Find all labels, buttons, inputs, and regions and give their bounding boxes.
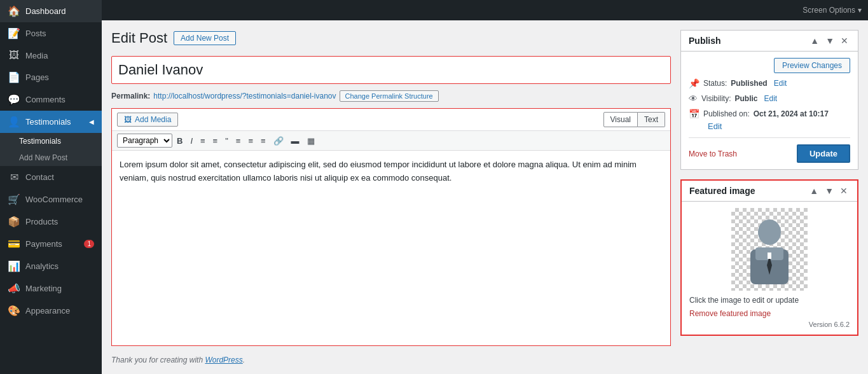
publish-actions: Move to Trash Update [689, 137, 850, 163]
ordered-list-button[interactable]: ≡ [210, 135, 221, 147]
sidebar-item-analytics[interactable]: 📊 Analytics [0, 255, 102, 277]
status-row: 📌 Status: Published Edit [689, 78, 850, 88]
sidebar-item-testimonials[interactable]: 👤 Testimonials ◀ [0, 111, 102, 133]
page-title: Edit Post [111, 30, 167, 46]
sidebar-item-appearance[interactable]: 🎨 Appearance [0, 300, 102, 322]
visibility-icon: 👁 [689, 94, 698, 104]
svg-point-0 [758, 219, 781, 245]
featured-image-header: Featured image ▲ ▼ ✕ [682, 181, 857, 202]
update-button[interactable]: Update [797, 144, 850, 163]
table-button[interactable]: ▦ [304, 135, 318, 147]
tab-visual[interactable]: Visual [603, 112, 638, 127]
testimonials-arrow-icon: ◀ [89, 118, 94, 125]
align-right-button[interactable]: ≡ [258, 135, 269, 147]
comments-icon: 💬 [8, 94, 20, 106]
status-label: Status: [703, 79, 727, 88]
publish-collapse-up-button[interactable]: ▲ [808, 36, 821, 46]
sidebar-item-contact[interactable]: ✉ Contact [0, 166, 102, 188]
featured-close-button[interactable]: ✕ [838, 186, 850, 196]
woocommerce-icon: 🛒 [8, 193, 20, 205]
screen-options-button[interactable]: Screen Options ▾ [803, 6, 862, 15]
align-left-button[interactable]: ≡ [233, 135, 244, 147]
add-media-icon: 🖼 [124, 115, 132, 124]
status-icon: 📌 [689, 78, 699, 88]
remove-featured-image-link[interactable]: Remove featured image [689, 309, 771, 318]
sidebar-item-media[interactable]: 🖼 Media [0, 45, 102, 66]
featured-click-text: Click the image to edit or update [689, 296, 850, 305]
featured-collapse-down-button[interactable]: ▼ [823, 186, 836, 196]
wordpress-link[interactable]: WordPress [205, 356, 242, 364]
add-media-button[interactable]: 🖼 Add Media [117, 113, 178, 127]
featured-image-box: Featured image ▲ ▼ ✕ [680, 179, 858, 336]
unordered-list-button[interactable]: ≡ [197, 135, 209, 147]
preview-row: Preview Changes [689, 58, 850, 73]
blockquote-button[interactable]: " [222, 135, 231, 147]
analytics-icon: 📊 [8, 260, 20, 272]
main-area: Screen Options ▾ Edit Post Add New Post … [102, 0, 868, 374]
payments-badge: 1 [84, 240, 94, 248]
payments-icon: 💳 [8, 238, 20, 250]
tab-text[interactable]: Text [638, 112, 665, 127]
visibility-row: 👁 Visibility: Public Edit [689, 94, 850, 104]
sidebar-item-pages[interactable]: 📄 Pages [0, 66, 102, 88]
align-center-button[interactable]: ≡ [245, 135, 256, 147]
sidebar-item-products[interactable]: 📦 Products [0, 211, 102, 233]
format-bar: Paragraph Heading 1 Heading 2 Heading 3 … [112, 131, 670, 151]
publish-box-body: Preview Changes 📌 Status: Published Edit… [681, 52, 858, 169]
featured-thumbnail[interactable] [689, 208, 850, 291]
editor-container: 🖼 Add Media Visual Text Paragraph Headin… [111, 108, 671, 346]
media-icon: 🖼 [8, 50, 20, 61]
bold-button[interactable]: B [174, 135, 186, 147]
visibility-edit-link[interactable]: Edit [764, 94, 777, 103]
page-header: Edit Post Add New Post [111, 30, 671, 46]
move-to-trash-button[interactable]: Move to Trash [689, 149, 737, 158]
italic-button[interactable]: I [187, 135, 196, 147]
publish-box-title: Publish [689, 36, 721, 46]
post-title-input[interactable] [111, 56, 671, 84]
sidebar-item-marketing[interactable]: 📣 Marketing [0, 277, 102, 300]
horizontal-rule-button[interactable]: ▬ [288, 135, 303, 147]
dashboard-icon: 🏠 [8, 5, 20, 17]
appearance-icon: 🎨 [8, 305, 20, 317]
permalink-link[interactable]: http://localhost/wordpress/?testimonials… [153, 92, 336, 100]
content-area: Edit Post Add New Post Permalink: http:/… [102, 20, 868, 374]
contact-icon: ✉ [8, 171, 20, 183]
publish-box: Publish ▲ ▼ ✕ Preview Changes 📌 Status: … [680, 30, 858, 170]
published-label: Published on: [703, 109, 750, 118]
published-value: Oct 21, 2024 at 10:17 [754, 109, 829, 118]
change-permalink-button[interactable]: Change Permalink Structure [340, 90, 439, 102]
sidebar-sub-item-add-new[interactable]: Add New Post [0, 149, 102, 166]
status-edit-link[interactable]: Edit [774, 79, 787, 88]
publish-box-header: Publish ▲ ▼ ✕ [681, 31, 858, 52]
published-on-row: 📅 Published on: Oct 21, 2024 at 10:17 [689, 109, 850, 119]
format-select[interactable]: Paragraph Heading 1 Heading 2 Heading 3 [117, 134, 172, 148]
testimonials-icon: 👤 [8, 116, 20, 128]
featured-image-body: Click the image to edit or update Remove… [682, 202, 857, 335]
editor-body[interactable]: Lorem ipsum dolor sit amet, consectetur … [112, 151, 670, 345]
view-tabs: Visual Text [603, 112, 665, 127]
link-button[interactable]: 🔗 [270, 135, 287, 147]
add-new-post-button[interactable]: Add New Post [174, 31, 236, 45]
person-image-svg [744, 214, 795, 284]
sidebar-item-dashboard[interactable]: 🏠 Dashboard [0, 0, 102, 22]
topbar: Screen Options ▾ [102, 0, 868, 20]
publish-collapse-down-button[interactable]: ▼ [823, 36, 836, 46]
preview-changes-button[interactable]: Preview Changes [774, 58, 850, 73]
featured-image-title: Featured image [689, 186, 755, 196]
sidebar-sub-item-testimonials[interactable]: Testimonials [0, 133, 102, 149]
publish-box-controls: ▲ ▼ ✕ [808, 36, 850, 46]
sidebar-item-payments[interactable]: 💳 Payments 1 [0, 233, 102, 255]
visibility-label: Visibility: [701, 94, 731, 103]
featured-image-controls: ▲ ▼ ✕ [808, 186, 850, 196]
published-edit-link[interactable]: Edit [708, 121, 722, 131]
sidebar-item-woocommerce[interactable]: 🛒 WooCommerce [0, 188, 102, 211]
testimonials-submenu: Testimonials Add New Post [0, 133, 102, 166]
sidebar-item-comments[interactable]: 💬 Comments [0, 88, 102, 111]
svg-rect-4 [768, 253, 771, 259]
sidebar-item-posts[interactable]: 📝 Posts [0, 22, 102, 45]
permalink-row: Permalink: http://localhost/wordpress/?t… [111, 90, 671, 102]
footer-credit: Thank you for creating with WordPress. [111, 356, 671, 364]
featured-collapse-up-button[interactable]: ▲ [808, 186, 820, 196]
publish-close-button[interactable]: ✕ [839, 36, 850, 46]
featured-image-preview[interactable] [731, 208, 808, 291]
